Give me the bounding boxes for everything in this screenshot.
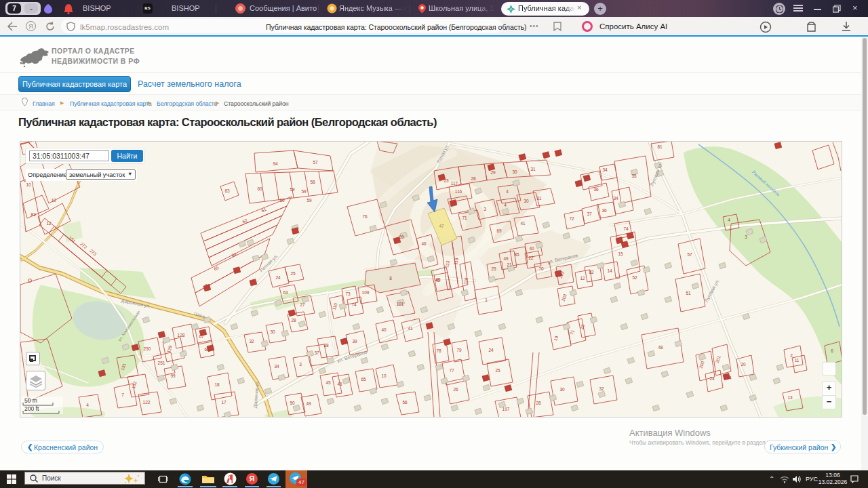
- svg-text:12: 12: [580, 276, 585, 281]
- svg-text:67: 67: [199, 334, 204, 339]
- svg-text:20: 20: [741, 362, 746, 367]
- svg-text:11: 11: [795, 358, 800, 363]
- svg-text:28: 28: [291, 318, 296, 323]
- svg-text:109: 109: [362, 290, 370, 295]
- svg-text:30: 30: [524, 199, 529, 203]
- svg-text:40: 40: [529, 246, 534, 251]
- svg-text:57: 57: [313, 160, 318, 165]
- svg-text:28: 28: [471, 176, 476, 181]
- svg-text:41: 41: [408, 326, 413, 331]
- svg-text:46: 46: [421, 241, 427, 246]
- svg-text:251: 251: [158, 361, 165, 365]
- svg-text:8: 8: [389, 276, 392, 281]
- svg-text:76: 76: [362, 214, 368, 219]
- svg-text:3: 3: [745, 235, 747, 239]
- svg-text:17: 17: [221, 400, 226, 405]
- svg-text:38: 38: [323, 343, 329, 348]
- svg-text:59: 59: [290, 187, 295, 192]
- svg-text:116: 116: [455, 189, 462, 194]
- svg-text:25: 25: [491, 266, 496, 271]
- svg-text:101: 101: [397, 302, 404, 306]
- svg-text:59: 59: [301, 189, 307, 194]
- svg-text:117: 117: [451, 181, 458, 186]
- svg-text:128: 128: [178, 333, 185, 338]
- svg-text:69: 69: [399, 235, 404, 239]
- svg-text:34: 34: [274, 364, 279, 369]
- svg-text:22: 22: [528, 256, 534, 260]
- svg-text:1: 1: [485, 298, 488, 302]
- svg-text:4: 4: [86, 403, 89, 407]
- svg-text:197: 197: [502, 407, 510, 411]
- svg-text:73: 73: [345, 291, 351, 296]
- svg-text:39: 39: [352, 339, 357, 344]
- svg-text:30: 30: [270, 329, 275, 334]
- svg-text:23: 23: [443, 178, 449, 183]
- svg-text:30: 30: [559, 387, 565, 392]
- svg-text:250: 250: [144, 346, 151, 351]
- svg-text:116: 116: [450, 200, 458, 205]
- svg-text:65: 65: [585, 176, 590, 180]
- svg-text:26: 26: [453, 387, 458, 392]
- svg-text:14: 14: [607, 268, 612, 273]
- svg-text:99: 99: [170, 373, 176, 378]
- svg-text:47: 47: [439, 224, 444, 228]
- svg-text:18: 18: [214, 382, 220, 387]
- svg-text:64: 64: [726, 375, 732, 380]
- svg-text:4: 4: [728, 218, 730, 222]
- svg-text:29: 29: [490, 170, 496, 175]
- svg-text:60: 60: [257, 186, 262, 191]
- svg-text:36: 36: [593, 187, 599, 192]
- svg-text:77: 77: [449, 368, 454, 373]
- svg-text:122: 122: [143, 400, 151, 405]
- svg-text:37: 37: [587, 211, 592, 216]
- svg-text:82: 82: [589, 270, 594, 274]
- svg-text:24: 24: [709, 376, 715, 381]
- svg-text:10: 10: [26, 182, 31, 187]
- svg-text:13: 13: [787, 395, 793, 400]
- svg-text:49: 49: [306, 401, 311, 406]
- svg-text:45: 45: [326, 380, 331, 385]
- svg-text:24: 24: [275, 275, 281, 280]
- svg-text:36: 36: [601, 208, 607, 213]
- svg-text:4: 4: [504, 203, 507, 207]
- svg-text:4: 4: [506, 189, 509, 194]
- svg-text:40: 40: [381, 327, 387, 332]
- svg-text:21: 21: [507, 262, 512, 267]
- svg-text:69: 69: [496, 228, 502, 233]
- svg-text:70: 70: [538, 266, 544, 271]
- svg-text:6: 6: [831, 348, 833, 353]
- svg-text:10: 10: [381, 373, 387, 378]
- svg-text:2: 2: [790, 353, 793, 358]
- svg-text:28: 28: [536, 401, 541, 405]
- svg-text:37: 37: [314, 350, 319, 355]
- svg-text:27: 27: [300, 302, 305, 307]
- svg-text:68: 68: [204, 347, 210, 352]
- svg-text:59: 59: [307, 198, 312, 203]
- svg-text:10: 10: [51, 198, 56, 203]
- svg-text:30: 30: [512, 169, 517, 174]
- svg-text:12: 12: [46, 221, 52, 226]
- svg-text:25: 25: [290, 271, 296, 276]
- svg-text:63: 63: [224, 188, 230, 193]
- svg-text:81: 81: [657, 144, 663, 149]
- svg-text:34: 34: [602, 167, 608, 172]
- svg-text:7: 7: [121, 392, 124, 397]
- svg-text:48: 48: [658, 345, 663, 350]
- svg-text:56: 56: [402, 400, 408, 405]
- svg-text:31: 31: [536, 196, 542, 201]
- svg-text:60: 60: [279, 198, 285, 203]
- svg-text:74: 74: [623, 226, 629, 231]
- svg-text:15: 15: [618, 251, 623, 256]
- svg-text:35: 35: [631, 174, 637, 178]
- svg-text:85: 85: [514, 252, 519, 257]
- svg-text:45: 45: [435, 277, 441, 282]
- svg-text:65: 65: [361, 377, 366, 382]
- svg-text:49: 49: [503, 256, 509, 261]
- svg-text:74: 74: [351, 302, 357, 307]
- svg-text:3: 3: [299, 362, 302, 367]
- svg-text:41: 41: [520, 221, 526, 226]
- svg-text:57: 57: [687, 252, 692, 257]
- svg-text:58: 58: [310, 180, 315, 184]
- svg-text:63: 63: [283, 290, 288, 295]
- svg-text:51: 51: [686, 291, 691, 296]
